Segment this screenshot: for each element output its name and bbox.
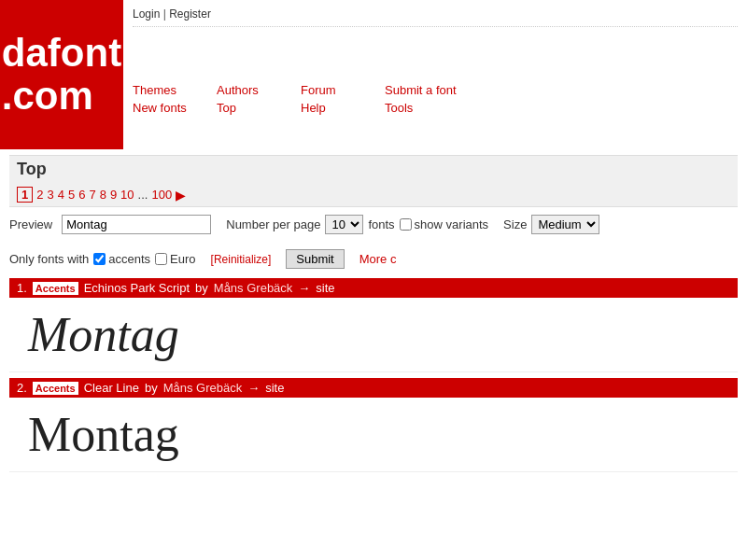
nav-tools[interactable]: Tools bbox=[385, 101, 450, 115]
nav: Themes Authors Forum Submit a font New f… bbox=[133, 83, 738, 119]
only-fonts-label: Only fonts with bbox=[9, 252, 89, 266]
fonts-label: fonts bbox=[368, 217, 394, 231]
nav-new-fonts[interactable]: New fonts bbox=[133, 101, 198, 115]
page-10[interactable]: 10 bbox=[120, 188, 134, 202]
num-per-page-select[interactable]: 10 20 50 bbox=[325, 215, 363, 234]
font-row-header-2: 2. Accents Clear Line by Måns Grebäck → … bbox=[9, 378, 738, 398]
preview-group: Preview bbox=[9, 215, 211, 234]
next-page-arrow[interactable]: ▶ bbox=[176, 188, 186, 203]
accents-badge-2: Accents bbox=[33, 382, 78, 395]
page-title: Top bbox=[9, 155, 738, 183]
login-bar: Login | Register bbox=[133, 7, 738, 27]
nav-themes[interactable]: Themes bbox=[133, 83, 198, 97]
page-2[interactable]: 2 bbox=[36, 188, 43, 202]
page-3[interactable]: 3 bbox=[47, 188, 53, 202]
submit-button[interactable]: Submit bbox=[286, 249, 344, 269]
pagination: 1 2 3 4 5 6 7 8 9 10 ... 100 ▶ bbox=[9, 183, 738, 207]
font-author-link-1[interactable]: Måns Grebäck bbox=[214, 281, 293, 295]
font-author-link-2[interactable]: Måns Grebäck bbox=[163, 381, 243, 395]
font-preview-text-2: Montag bbox=[28, 407, 179, 462]
nav-row-2: New fonts Top Help Tools bbox=[133, 101, 738, 115]
logo-text: dafont .com bbox=[2, 32, 121, 118]
nav-forum[interactable]: Forum bbox=[301, 83, 366, 97]
nav-authors[interactable]: Authors bbox=[217, 83, 282, 97]
euro-label: Euro bbox=[155, 252, 195, 266]
num-per-page-group: Number per page 10 20 50 fonts show vari… bbox=[226, 215, 488, 234]
show-variants-checkbox[interactable] bbox=[400, 218, 412, 231]
page-5[interactable]: 5 bbox=[68, 188, 75, 202]
page-8[interactable]: 8 bbox=[100, 188, 106, 202]
size-select[interactable]: Small Medium Large X-Large bbox=[531, 215, 599, 234]
font-site-link-2[interactable]: site bbox=[265, 381, 284, 395]
nav-row-1: Themes Authors Forum Submit a font bbox=[133, 83, 738, 97]
num-per-page-label: Number per page bbox=[226, 217, 320, 231]
login-link[interactable]: Login bbox=[133, 7, 160, 21]
font-preview-2: Montag bbox=[9, 398, 738, 472]
only-fonts-group: Only fonts with accents Euro bbox=[9, 252, 196, 266]
font-number-1: 1. bbox=[17, 281, 27, 295]
page-9[interactable]: 9 bbox=[110, 188, 117, 202]
euro-checkbox[interactable] bbox=[155, 253, 167, 265]
font-site-link-1[interactable]: site bbox=[316, 281, 334, 295]
page-4[interactable]: 4 bbox=[58, 188, 64, 202]
register-link[interactable]: Register bbox=[169, 7, 211, 21]
reinitialize-group: [Reinitialize] bbox=[211, 253, 272, 266]
nav-top[interactable]: Top bbox=[217, 101, 282, 115]
nav-submit-font[interactable]: Submit a font bbox=[385, 83, 457, 97]
more-link[interactable]: More c bbox=[359, 252, 397, 266]
size-label: Size bbox=[503, 217, 527, 231]
font-number-2: 2. bbox=[17, 381, 27, 395]
page-6[interactable]: 6 bbox=[78, 188, 85, 202]
font-preview-text-1: Montag bbox=[28, 307, 179, 362]
size-group: Size Small Medium Large X-Large bbox=[503, 215, 599, 234]
font-preview-1: Montag bbox=[9, 298, 738, 372]
reinitialize-link[interactable]: [Reinitialize] bbox=[211, 253, 272, 266]
logo: dafont .com bbox=[0, 0, 123, 149]
font-name-link-1[interactable]: Echinos Park Script bbox=[84, 281, 190, 295]
accents-badge-1: Accents bbox=[33, 282, 78, 295]
page-current[interactable]: 1 bbox=[17, 187, 33, 203]
page-7[interactable]: 7 bbox=[89, 188, 95, 202]
accents-label: accents bbox=[93, 252, 150, 266]
preview-input[interactable] bbox=[62, 215, 211, 234]
font-name-link-2[interactable]: Clear Line bbox=[84, 381, 139, 395]
show-variants-label: show variants bbox=[400, 217, 488, 231]
page-last[interactable]: 100 bbox=[151, 188, 172, 202]
nav-help[interactable]: Help bbox=[301, 101, 366, 115]
accents-checkbox[interactable] bbox=[93, 253, 106, 265]
controls-bar: Preview Number per page 10 20 50 fonts s… bbox=[9, 207, 738, 273]
font-row-header-1: 1. Accents Echinos Park Script by Måns G… bbox=[9, 278, 738, 298]
preview-label: Preview bbox=[9, 217, 52, 231]
